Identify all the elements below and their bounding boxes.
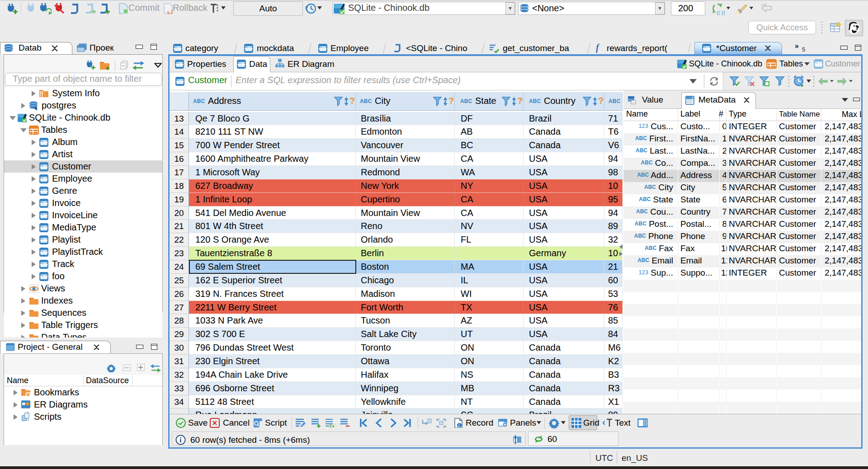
svg-text:((·)): ((·))	[717, 10, 725, 15]
svg-text:i: i	[458, 423, 460, 428]
svg-text:(+): (+)	[330, 423, 335, 428]
